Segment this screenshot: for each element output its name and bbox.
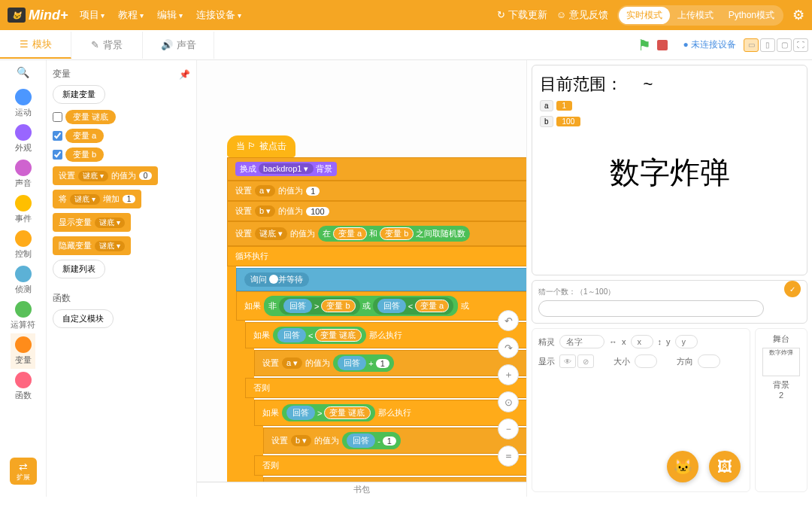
tab-blocks[interactable]: ☰模块 (0, 32, 71, 59)
center-icon[interactable]: ＝ (498, 446, 519, 467)
search-icon[interactable]: 🔍 (17, 66, 29, 78)
sprite-size-input[interactable] (635, 354, 657, 368)
sprite-y-input[interactable] (675, 335, 698, 348)
var-check-a[interactable]: 变量 a (53, 129, 190, 143)
view-hide[interactable]: ▢ (777, 38, 792, 52)
backpack-bar[interactable]: 书包 (197, 482, 526, 497)
sprite-x-input[interactable] (631, 335, 653, 348)
block-set-midi-random[interactable]: 设置谜底 ▾的值为在变量 a和变量 b之间取随机数 (227, 221, 526, 246)
sound-icon: 🔊 (161, 39, 173, 50)
logo-icon: 🐱 (8, 8, 26, 23)
block-show-var[interactable]: 显示变量谜底 ▾ (53, 213, 131, 232)
view-large[interactable]: ▯ (760, 38, 775, 52)
block-switch-backdrop1[interactable]: 换成 backdrop1 ▾ 背景 (227, 157, 526, 181)
hat-when-flag[interactable]: 当 🏳 被点击 (227, 135, 295, 157)
custom-block-button[interactable]: 自定义模块 (53, 309, 114, 328)
sprite-name-input[interactable] (559, 335, 604, 348)
block-set-b-answer[interactable]: 设置b ▾的值为回答 - 1 (263, 427, 526, 454)
category-控制[interactable]: 控制 (11, 227, 35, 263)
block-ask[interactable]: 询问 并等待 (236, 268, 526, 291)
main-area: 🔍 运动外观声音事件控制侦测运算符变量函数 ⇄扩展 变量 📌 新建变量 变量 谜… (0, 60, 812, 497)
block-set-b-100[interactable]: 设置b ▾的值为100 (227, 201, 526, 221)
stage-var-a: a1 (540, 100, 799, 111)
tab-backdrops[interactable]: ✎背景 (71, 32, 143, 59)
blocks-icon: ☰ (20, 38, 29, 50)
undo-icon[interactable]: ↶ (498, 310, 519, 331)
stage-view-buttons: ▭ ▯ ▢ ⛶ (744, 38, 808, 52)
canvas-tools: ↶ ↷ ＋ ⊙ － ＝ (498, 310, 519, 467)
palette-header-func: 函数 (53, 292, 190, 305)
tabs-row: ☰模块 ✎背景 🔊声音 ⚑ 未连接设备 ▭ ▯ ▢ ⛶ (0, 30, 812, 60)
hide-sprite-icon[interactable]: ⊘ (577, 354, 594, 368)
block-else2[interactable]: 否则 (254, 455, 526, 476)
stage-range-label: 目前范围： ~ (540, 73, 799, 96)
topbar-right: 下载更新 意见反馈 实时模式 上传模式 Python模式 ⚙ (497, 5, 804, 26)
sprite-info: 精灵 ↔x ↕y 显示 👁⊘ 大小 方向 🐱 🖼 (532, 328, 750, 492)
view-small[interactable]: ▭ (744, 38, 759, 52)
block-else1[interactable]: 否则 (245, 378, 526, 398)
add-sprite-icon[interactable]: 🐱 (667, 451, 698, 482)
menu-connect[interactable]: 连接设备 (196, 8, 241, 22)
category-事件[interactable]: 事件 (11, 192, 35, 227)
category-声音[interactable]: 声音 (11, 157, 35, 192)
new-list-button[interactable]: 新建列表 (53, 260, 105, 278)
zoom-reset-icon[interactable]: ⊙ (498, 391, 519, 412)
block-forever[interactable]: 循环执行 (227, 246, 526, 266)
var-check-midi[interactable]: 变量 谜底 (53, 110, 190, 124)
palette-header-vars: 变量 📌 (53, 68, 190, 81)
block-set-a-1[interactable]: 设置a ▾的值为1 (227, 181, 526, 201)
zoom-in-icon[interactable]: ＋ (498, 364, 519, 385)
view-fullscreen[interactable]: ⛶ (793, 38, 808, 52)
mode-upload[interactable]: 上传模式 (670, 7, 721, 24)
mode-realtime[interactable]: 实时模式 (619, 7, 670, 24)
block-set-a-answer[interactable]: 设置a ▾的值为回答 + 1 (254, 350, 526, 376)
add-backdrop-icon[interactable]: 🖼 (709, 451, 741, 482)
block-if-not-range[interactable]: 如果非 回答 > 变量 b 或 回答 < 变量 a 或 (236, 291, 526, 321)
category-运算符[interactable]: 运算符 (11, 298, 35, 333)
pin-icon[interactable]: 📌 (179, 69, 190, 80)
category-变量[interactable]: 变量 (11, 333, 35, 369)
show-sprite-icon[interactable]: 👁 (559, 354, 576, 368)
stage-preview: 目前范围： ~ a1 b100 数字炸弹 (532, 65, 807, 275)
block-hide-var[interactable]: 隐藏变量谜底 ▾ (53, 236, 131, 255)
green-flag-icon[interactable]: ⚑ (638, 36, 651, 54)
ask-prompt-box: 猜一个数：（1～100） ✓ (532, 280, 807, 324)
var-check-b[interactable]: 变量 b (53, 148, 190, 162)
stage-title-text: 数字炸弹 (532, 152, 807, 193)
ask-submit-icon[interactable]: ✓ (784, 281, 801, 297)
category-外观[interactable]: 外观 (11, 121, 35, 157)
stop-icon[interactable] (657, 40, 668, 50)
block-set-var[interactable]: 设置谜底 ▾的值为0 (53, 166, 158, 185)
block-if-lt-midi[interactable]: 如果回答 < 变量 谜底那么执行 (245, 322, 526, 348)
ask-input[interactable] (538, 300, 764, 317)
block-palette: 变量 📌 新建变量 变量 谜底 变量 a 变量 b 设置谜底 ▾的值为0 将谜底… (47, 60, 197, 497)
stage-thumbnail-panel[interactable]: 舞台 数字炸弹 背景 2 (755, 328, 807, 492)
extensions-button[interactable]: ⇄扩展 (10, 458, 37, 485)
new-variable-button[interactable]: 新建变量 (53, 85, 105, 104)
connection-status: 未连接设备 (683, 38, 736, 51)
download-link[interactable]: 下载更新 (497, 8, 547, 22)
top-bar: 🐱Mind+ 项目 教程 编辑 连接设备 下载更新 意见反馈 实时模式 上传模式… (0, 0, 812, 30)
logo: 🐱Mind+ (8, 8, 68, 23)
script-canvas[interactable]: 当 🏳 被点击 换成 backdrop1 ▾ 背景 设置a ▾的值为1 设置b … (197, 60, 526, 497)
menu-project[interactable]: 项目 (80, 8, 105, 22)
right-panel: 目前范围： ~ a1 b100 数字炸弹 猜一个数：（1～100） ✓ 精灵 ↔… (526, 60, 812, 497)
stage-thumb-img: 数字炸弹 (762, 348, 800, 376)
menu-edit[interactable]: 编辑 (157, 8, 183, 22)
category-rail: 🔍 运动外观声音事件控制侦测运算符变量函数 ⇄扩展 (0, 60, 47, 497)
category-运动[interactable]: 运动 (11, 86, 35, 121)
block-if-gt-midi[interactable]: 如果回答 > 变量 谜底那么执行 (254, 400, 526, 426)
category-侦测[interactable]: 侦测 (11, 263, 35, 298)
brush-icon: ✎ (91, 39, 99, 50)
script-stack[interactable]: 当 🏳 被点击 换成 backdrop1 ▾ 背景 设置a ▾的值为1 设置b … (227, 135, 526, 497)
category-函数[interactable]: 函数 (11, 369, 35, 404)
block-change-var[interactable]: 将谜底 ▾增加1 (53, 190, 141, 208)
redo-icon[interactable]: ↷ (498, 337, 519, 358)
settings-icon[interactable]: ⚙ (792, 7, 804, 23)
zoom-out-icon[interactable]: － (498, 418, 519, 440)
mode-python[interactable]: Python模式 (721, 7, 782, 24)
tab-sounds[interactable]: 🔊声音 (143, 32, 214, 59)
menu-tutorial[interactable]: 教程 (118, 8, 144, 22)
sprite-dir-input[interactable] (698, 354, 720, 368)
feedback-link[interactable]: 意见反馈 (556, 8, 608, 22)
